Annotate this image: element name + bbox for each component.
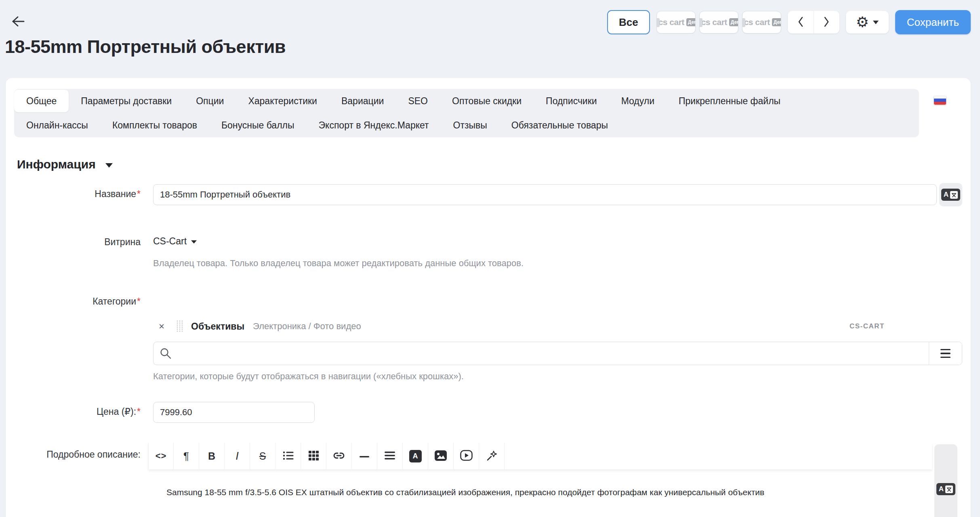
category-list-button[interactable] <box>929 342 962 365</box>
description-text: Samsung 18-55 mm f/3.5-5.6 OIS EX штатны… <box>166 486 916 498</box>
storefront-button-1[interactable]: cs cart Дем <box>656 11 696 34</box>
pagination-nav <box>788 11 839 34</box>
image-icon <box>434 450 447 462</box>
category-name[interactable]: Объективы <box>191 321 244 332</box>
insert-video-button[interactable] <box>454 443 479 469</box>
categories-hint: Категории, которые будут отображаться в … <box>153 371 971 382</box>
category-search-input[interactable] <box>175 342 929 365</box>
category-storefront-label: CS-CART <box>850 322 885 330</box>
chevron-down-icon <box>105 163 113 168</box>
strikethrough-button[interactable]: S <box>250 443 275 469</box>
name-field-row: Название* A <box>14 184 971 206</box>
storefront-badge: Дем <box>686 18 696 26</box>
section-information[interactable]: Информация <box>17 158 971 171</box>
translate-addon[interactable]: A <box>939 183 962 206</box>
storefront-badge: Дем <box>729 18 738 26</box>
product-name-input[interactable] <box>153 184 937 205</box>
tab-seo[interactable]: SEO <box>396 90 440 112</box>
tab-options[interactable]: Опции <box>184 90 236 112</box>
drag-handle-icon[interactable] <box>176 320 183 333</box>
chevron-right-icon <box>823 16 830 29</box>
menu-icon <box>940 349 951 351</box>
font-style-button[interactable]: A <box>403 443 428 469</box>
link-icon <box>333 451 345 461</box>
horizontal-rule-button[interactable] <box>352 443 377 469</box>
translate-icon: A <box>941 189 960 201</box>
font-color-icon: A <box>409 450 422 462</box>
storefront-button-3[interactable]: cs cart Дем <box>742 11 781 34</box>
code-icon: <> <box>156 451 167 461</box>
editor-toolbar: <> ¶ B I S <box>148 443 932 469</box>
name-label: Название* <box>14 184 141 200</box>
chevron-down-icon <box>191 240 197 244</box>
tab-shipping-properties[interactable]: Параметры доставки <box>69 90 184 112</box>
tab-required-products[interactable]: Обязательные товары <box>499 114 620 137</box>
description-editor-body[interactable]: Samsung 18-55 mm f/3.5-5.6 OIS EX штатны… <box>148 469 932 517</box>
category-chip: × Объективы Электроника / Фо <box>153 320 962 333</box>
storefront-logo-fragment <box>699 18 702 27</box>
back-arrow-icon <box>11 15 25 29</box>
bullet-list-button[interactable] <box>275 443 301 469</box>
insert-link-button[interactable] <box>326 443 352 469</box>
source-code-button[interactable]: <> <box>148 443 174 469</box>
storefront-button-2[interactable]: cs cart Дем <box>699 11 738 34</box>
tab-addons[interactable]: Модули <box>609 90 667 112</box>
prev-product-button[interactable] <box>788 11 814 34</box>
remove-category-button[interactable]: × <box>159 322 164 331</box>
storefront-label: Витрина <box>14 232 141 248</box>
storefront-buttons-group: cs cart Дем cs cart Дем cs cart Дем <box>656 11 781 34</box>
storefront-filter-all-button[interactable]: Все <box>607 10 650 34</box>
next-product-button[interactable] <box>814 11 839 34</box>
italic-button[interactable]: I <box>225 443 250 469</box>
tab-qty-discounts[interactable]: Оптовые скидки <box>440 90 534 112</box>
storefront-select[interactable]: CS-Cart <box>153 232 197 247</box>
insert-image-button[interactable] <box>428 443 454 469</box>
magic-tools-button[interactable] <box>479 443 505 469</box>
page-title: 18-55mm Портретный объектив <box>5 36 286 57</box>
tab-online-checkouts[interactable]: Онлайн-кассы <box>14 114 100 137</box>
price-input[interactable] <box>153 402 315 423</box>
chevron-left-icon <box>797 16 804 29</box>
storefront-logo: cs cart <box>658 17 684 27</box>
tab-features[interactable]: Характеристики <box>236 90 329 112</box>
tab-subscribers[interactable]: Подписчики <box>534 90 609 112</box>
tab-yandex-market-export[interactable]: Экспорт в Яндекс.Маркет <box>307 114 441 137</box>
settings-dropdown-button[interactable]: ⚙ <box>846 11 889 34</box>
storefront-badge: Дем <box>772 18 781 26</box>
tab-general[interactable]: Общее <box>14 90 69 112</box>
strikethrough-icon: S <box>259 450 266 462</box>
chevron-down-icon <box>873 21 879 24</box>
category-path: Электроника / Фото видео <box>253 321 361 332</box>
required-asterisk: * <box>137 296 141 307</box>
paragraph-format-button[interactable]: ¶ <box>174 443 199 469</box>
tab-reward-points[interactable]: Бонусные баллы <box>209 114 307 137</box>
bold-icon: B <box>208 450 215 462</box>
tab-variations[interactable]: Вариации <box>329 90 396 112</box>
storefront-field-row: Витрина CS-Cart Владелец товара. Только … <box>14 232 971 269</box>
language-flag-ru-icon[interactable] <box>934 96 946 105</box>
line-height-button[interactable] <box>377 443 403 469</box>
topbar-actions: Все cs cart Дем cs cart Дем cs cart Дем … <box>607 10 971 35</box>
required-asterisk: * <box>137 406 141 417</box>
bold-button[interactable]: B <box>199 443 225 469</box>
video-icon <box>460 450 473 462</box>
tab-reviews[interactable]: Отзывы <box>441 114 499 137</box>
storefront-logo: cs cart <box>701 17 727 27</box>
tab-attachments[interactable]: Прикрепленные файлы <box>667 90 793 112</box>
translate-icon[interactable]: A <box>936 483 955 495</box>
gear-icon: ⚙ <box>856 15 869 29</box>
horizontal-rule-icon <box>360 453 369 459</box>
storefront-hint: Владелец товара. Только владелец товара … <box>153 258 971 269</box>
price-field-row: Цена (₽):* <box>14 402 971 423</box>
tab-product-bundles[interactable]: Комплекты товаров <box>100 114 209 137</box>
list-icon <box>283 451 294 462</box>
price-label: Цена (₽):* <box>14 402 141 417</box>
editor-language-gutter: A <box>934 444 957 517</box>
table-button[interactable] <box>301 443 326 469</box>
magic-wand-icon <box>486 450 497 462</box>
back-button[interactable] <box>11 15 28 29</box>
rich-text-editor: A <> ¶ B I S <box>148 443 957 517</box>
required-asterisk: * <box>137 189 141 199</box>
save-button[interactable]: Сохранить <box>895 10 971 34</box>
storefront-logo-fragment <box>656 18 660 27</box>
